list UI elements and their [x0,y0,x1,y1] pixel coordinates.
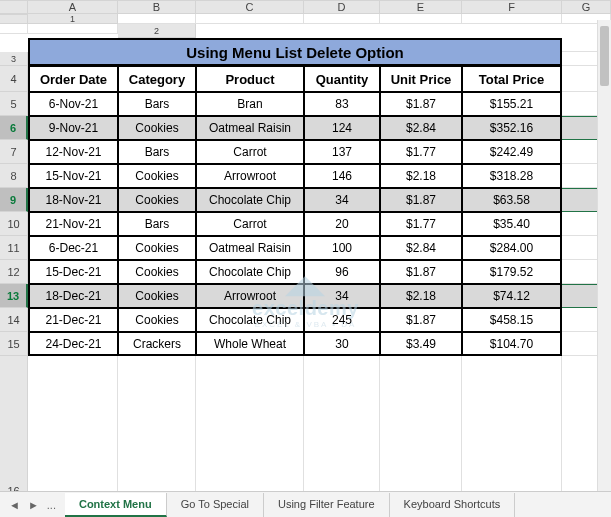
table-cell[interactable]: Chocolate Chip [196,260,304,284]
scrollbar-thumb[interactable] [600,26,609,86]
cell-empty[interactable] [118,14,196,24]
row-header-2[interactable]: 2 [118,24,196,38]
row-header-16[interactable]: 16 [0,356,28,502]
table-cell[interactable]: 18-Nov-21 [28,188,118,212]
table-cell[interactable]: 34 [304,284,380,308]
cell-empty[interactable] [28,356,118,502]
tab-nav-ellipsis[interactable]: ... [44,497,59,513]
cell-empty[interactable] [304,14,380,24]
table-cell[interactable]: Cookies [118,164,196,188]
row-header-8[interactable]: 8 [0,164,28,188]
table-cell[interactable]: Chocolate Chip [196,308,304,332]
table-cell[interactable]: $3.49 [380,332,462,356]
table-cell[interactable]: Cookies [118,236,196,260]
col-header-E[interactable]: E [380,0,462,14]
table-cell[interactable]: 100 [304,236,380,260]
sheet-tab-0[interactable]: Context Menu [65,493,167,517]
table-cell[interactable]: Bran [196,92,304,116]
col-header-extra[interactable] [0,14,28,24]
cell-empty[interactable] [462,14,562,24]
table-cell[interactable]: Carrot [196,212,304,236]
col-header-G[interactable]: G [562,0,611,14]
table-cell[interactable]: $2.84 [380,236,462,260]
sheet-tab-3[interactable]: Keyboard Shortcuts [390,493,516,517]
table-cell[interactable]: 124 [304,116,380,140]
table-cell[interactable]: 30 [304,332,380,356]
table-cell[interactable]: 146 [304,164,380,188]
table-cell[interactable]: Oatmeal Raisin [196,116,304,140]
table-cell[interactable]: $104.70 [462,332,562,356]
cell-empty[interactable] [196,356,304,502]
table-cell[interactable]: $1.77 [380,140,462,164]
row-header-15[interactable]: 15 [0,332,28,356]
table-cell[interactable]: Bars [118,92,196,116]
table-cell[interactable]: $284.00 [462,236,562,260]
vertical-scrollbar[interactable] [597,20,611,491]
row-header-7[interactable]: 7 [0,140,28,164]
table-cell[interactable]: $1.87 [380,308,462,332]
col-header-D[interactable]: D [304,0,380,14]
table-cell[interactable]: $74.12 [462,284,562,308]
sheet-tab-2[interactable]: Using Filter Feature [264,493,390,517]
table-cell[interactable]: $2.18 [380,284,462,308]
table-cell[interactable]: 83 [304,92,380,116]
table-cell[interactable]: Bars [118,212,196,236]
sheet-tab-1[interactable]: Go To Special [167,493,264,517]
table-cell[interactable]: 6-Dec-21 [28,236,118,260]
table-cell[interactable]: $1.87 [380,260,462,284]
table-cell[interactable]: $1.87 [380,92,462,116]
row-header-13[interactable]: 13 [0,284,28,308]
cell-empty[interactable] [462,356,562,502]
table-cell[interactable]: $318.28 [462,164,562,188]
table-cell[interactable]: Cookies [118,284,196,308]
table-cell[interactable]: $1.87 [380,188,462,212]
table-cell[interactable]: Arrowroot [196,284,304,308]
table-cell[interactable]: 6-Nov-21 [28,92,118,116]
table-cell[interactable]: Arrowroot [196,164,304,188]
table-cell[interactable]: 21-Dec-21 [28,308,118,332]
cell-empty[interactable] [118,356,196,502]
table-cell[interactable]: 15-Nov-21 [28,164,118,188]
table-cell[interactable]: 21-Nov-21 [28,212,118,236]
table-cell[interactable]: 24-Dec-21 [28,332,118,356]
table-cell[interactable]: Cookies [118,260,196,284]
table-cell[interactable]: Carrot [196,140,304,164]
cell-empty[interactable] [380,356,462,502]
table-cell[interactable]: $458.15 [462,308,562,332]
table-cell[interactable]: 20 [304,212,380,236]
table-cell[interactable]: 137 [304,140,380,164]
tab-nav-prev-icon[interactable]: ◄ [6,497,23,513]
tab-nav-next-icon[interactable]: ► [25,497,42,513]
row-header-4[interactable]: 4 [0,66,28,92]
col-header-C[interactable]: C [196,0,304,14]
table-cell[interactable]: $2.84 [380,116,462,140]
table-cell[interactable]: $242.49 [462,140,562,164]
row-header-11[interactable]: 11 [0,236,28,260]
table-cell[interactable]: $1.77 [380,212,462,236]
table-cell[interactable]: $179.52 [462,260,562,284]
col-header-A[interactable]: A [28,0,118,14]
table-cell[interactable]: $63.58 [462,188,562,212]
table-cell[interactable]: 245 [304,308,380,332]
table-cell[interactable]: 96 [304,260,380,284]
select-all-corner[interactable] [0,0,28,14]
row-header-3[interactable]: 3 [0,52,28,66]
cell-empty[interactable] [304,356,380,502]
table-cell[interactable]: Cookies [118,116,196,140]
table-cell[interactable]: Oatmeal Raisin [196,236,304,260]
table-cell[interactable]: Whole Wheat [196,332,304,356]
cell-empty[interactable] [380,14,462,24]
row-header-12[interactable]: 12 [0,260,28,284]
row-header-14[interactable]: 14 [0,308,28,332]
col-header-F[interactable]: F [462,0,562,14]
row-header-9[interactable]: 9 [0,188,28,212]
table-cell[interactable]: $352.16 [462,116,562,140]
col-header-B[interactable]: B [118,0,196,14]
table-cell[interactable]: $155.21 [462,92,562,116]
table-cell[interactable]: $2.18 [380,164,462,188]
cell-empty[interactable] [196,14,304,24]
table-cell[interactable]: 18-Dec-21 [28,284,118,308]
row-header-10[interactable]: 10 [0,212,28,236]
row-header-5[interactable]: 5 [0,92,28,116]
table-cell[interactable]: 12-Nov-21 [28,140,118,164]
